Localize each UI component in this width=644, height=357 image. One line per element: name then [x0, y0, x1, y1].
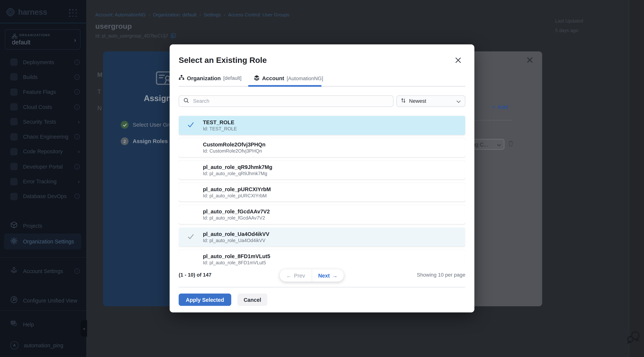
divider [0, 310, 86, 311]
arrow-left-icon: ← [286, 272, 292, 278]
role-row[interactable]: pl_auto_role_fGcdAAv7V2 Id: pl_auto_role… [179, 205, 465, 224]
last-updated-value: 5 days ago [555, 26, 583, 36]
role-row[interactable]: pl_auto_role_Ua4Od4ikVV Id: pl_auto_role… [179, 228, 465, 246]
security-tests-icon [10, 118, 18, 126]
wizard-step-2[interactable]: 2 Assign Roles an [121, 137, 176, 145]
search-input[interactable] [192, 98, 393, 105]
info-icon[interactable]: i [74, 104, 80, 110]
step-number: 2 [121, 137, 128, 145]
plus-icon: + [492, 104, 495, 110]
sidebar: harness ORGANIZATIONS default › Deployme… [0, 0, 86, 357]
role-row[interactable]: pl_auto_role_8FD1mVLut5 Id: pl_auto_role… [179, 250, 465, 266]
chevron-right-icon: › [78, 179, 80, 185]
layers-gear-icon [10, 266, 18, 275]
sidebar-item-error-tracking[interactable]: Error Tracking › [0, 174, 86, 189]
sidebar-item-account-settings[interactable]: Account Settings i [0, 263, 86, 278]
dialog-close-icon[interactable] [527, 57, 533, 63]
breadcrumb-account[interactable]: Account: AutomationNG [95, 12, 146, 17]
sidebar-nav: Deployments i Builds i Feature Flags i C… [0, 55, 86, 204]
tab-organization[interactable]: Organization [default] [179, 75, 242, 81]
chevron-right-icon: › [74, 37, 76, 43]
role-row[interactable]: TEST_ROLE Id: TEST_ROLE [179, 116, 465, 135]
wizard-step-2-label: Assign Roles an [133, 138, 176, 144]
check-icon [188, 233, 194, 241]
cloud-costs-icon [10, 103, 18, 111]
cancel-button[interactable]: Cancel [238, 294, 268, 306]
breadcrumb: Account: AutomationNG›Organization: defa… [95, 12, 289, 17]
active-tab-underline [248, 85, 322, 87]
chevron-down-icon [456, 97, 461, 105]
wizard-step-1-label: Select User Gro [133, 122, 172, 128]
sidebar-item-feature-flags[interactable]: Feature Flags i [0, 85, 86, 99]
info-icon[interactable]: i [74, 268, 80, 274]
role-list: TEST_ROLE Id: TEST_ROLE CustomRole2Ofvj3… [179, 113, 465, 266]
sidebar-item-cloud-costs[interactable]: Cloud Costs i [0, 99, 86, 114]
code-repository-icon [10, 148, 18, 155]
apply-selected-button[interactable]: Apply Selected [179, 294, 231, 306]
divider [0, 257, 86, 258]
sidebar-item-configure-unified-view[interactable]: Configure Unified View [0, 293, 86, 308]
sidebar-item-code-repository[interactable]: Code Repository › [0, 144, 86, 159]
role-row[interactable]: CustomRole2Ofvj3PHQn Id: CustomRole2Ofvj… [179, 138, 465, 157]
harness-logo-icon [6, 8, 15, 17]
copy-icon[interactable] [171, 33, 175, 38]
org-switcher-label: ORGANIZATIONS [20, 33, 50, 37]
chat-support-icon[interactable] [627, 330, 641, 345]
chevron-right-icon: › [148, 12, 150, 17]
role-row[interactable]: pl_auto_role_pURCXIYrbM Id: pl_auto_role… [179, 183, 465, 202]
sidebar-item-deployments[interactable]: Deployments i [0, 55, 86, 70]
clipped-text-fragment: M [97, 71, 104, 78]
sidebar-item-projects[interactable]: Projects [0, 218, 86, 233]
right-scroll-strip[interactable] [629, 0, 644, 357]
tab-account[interactable]: Account [AutomationNG] [254, 75, 323, 82]
next-page-button[interactable]: Next → [312, 269, 344, 282]
pagination-pill: ← Prev Next → [280, 269, 344, 282]
modal-close-icon[interactable] [455, 57, 461, 63]
last-updated: Last Updated 5 days ago [555, 17, 583, 35]
database-devops-icon [10, 193, 18, 200]
help-chat-icon: ? [10, 320, 18, 329]
deployments-icon [10, 58, 18, 66]
info-icon[interactable]: i [74, 74, 80, 80]
wrench-icon [10, 296, 18, 305]
sidebar-item-organization-settings[interactable]: Organization Settings [4, 233, 81, 250]
screen: Account: AutomationNG›Organization: defa… [0, 0, 644, 357]
sidebar-item-security-tests[interactable]: Security Tests › [0, 114, 86, 129]
breadcrumb-settings[interactable]: Settings [204, 12, 221, 17]
org-hierarchy-icon [179, 75, 184, 81]
info-icon[interactable]: i [74, 194, 80, 199]
org-switcher[interactable]: ORGANIZATIONS default › [5, 29, 80, 50]
check-icon [188, 122, 194, 129]
sort-dropdown[interactable]: Newest [396, 95, 465, 107]
chevron-right-icon: › [200, 12, 201, 17]
chevron-right-icon: › [224, 12, 225, 17]
trash-icon[interactable] [508, 140, 514, 148]
sidebar-item-builds[interactable]: Builds i [0, 70, 86, 85]
avatar: A [10, 341, 18, 349]
builds-icon [10, 73, 18, 81]
breadcrumb-access-control[interactable]: Access Control: User Groups [228, 12, 289, 17]
entity-id: Id: pl_auto_usergroup_4D7bcCIJj7 [95, 33, 175, 38]
search-input-wrap [179, 95, 394, 107]
layers-icon [254, 75, 260, 82]
wizard-step-1[interactable]: Select User Gro [121, 121, 172, 129]
harness-logo[interactable]: harness [6, 8, 47, 17]
last-updated-label: Last Updated [555, 17, 583, 26]
info-icon[interactable]: i [74, 134, 80, 140]
sidebar-item-help[interactable]: ? Help [0, 317, 86, 332]
breadcrumb-organization[interactable]: Organization: default [153, 12, 196, 17]
info-icon[interactable]: i [74, 89, 80, 95]
sidebar-user[interactable]: A automation_ping [0, 338, 86, 353]
sidebar-collapse-handle[interactable]: ◀ [80, 320, 87, 337]
sidebar-item-database-devops[interactable]: Database DevOps i [0, 189, 86, 204]
info-icon[interactable]: i [74, 60, 80, 65]
gear-icon [10, 237, 18, 246]
sidebar-item-chaos-engineering[interactable]: Chaos Engineering i [0, 129, 86, 144]
org-switcher-value: default [12, 39, 30, 46]
sidebar-item-developer-portal[interactable]: Developer Portal i [0, 159, 86, 174]
module-grid-icon[interactable] [69, 9, 77, 17]
info-icon[interactable]: i [74, 164, 80, 169]
prev-page-button[interactable]: ← Prev [280, 269, 312, 282]
role-row[interactable]: pl_auto_role_qR9Jhmk7Mg Id: pl_auto_role… [179, 161, 465, 179]
add-role-button[interactable]: + Add [492, 104, 508, 110]
